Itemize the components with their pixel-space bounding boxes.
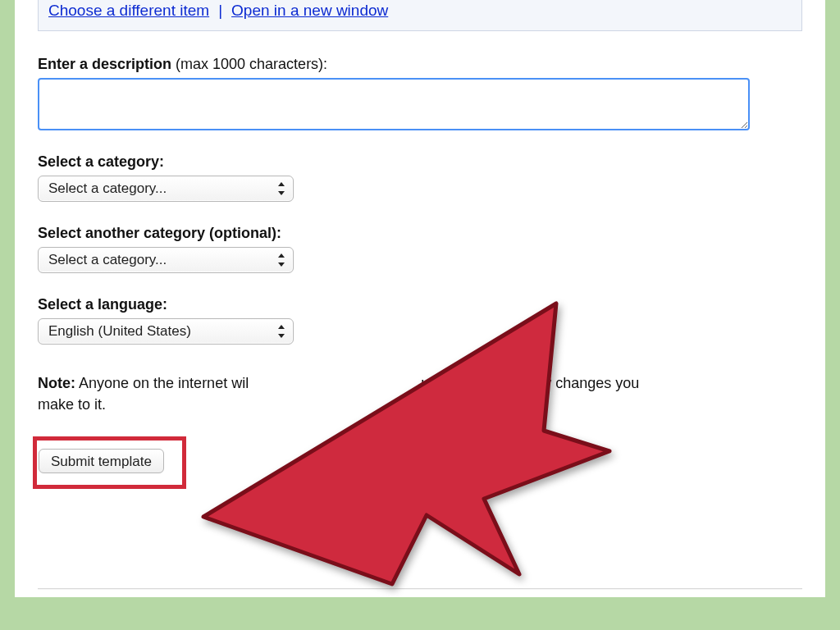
note-text-2: make to it. [38, 396, 106, 413]
updown-icon [276, 182, 286, 195]
updown-icon [276, 325, 286, 338]
category-label: Select a category: [38, 153, 802, 171]
note-text-1a: Anyone on the internet wil [75, 375, 249, 391]
category-select[interactable]: Select a category... [38, 176, 294, 202]
description-textarea[interactable] [38, 78, 750, 130]
public-note: Note: Anyone on the internet wil ur temp… [38, 372, 760, 415]
category2-select[interactable]: Select a category... [38, 247, 294, 273]
link-separator: | [213, 2, 227, 19]
description-section: Enter a description (max 1000 characters… [38, 56, 802, 130]
category-select-value: Select a category... [48, 180, 167, 196]
updown-icon [276, 253, 286, 267]
language-label: Select a language: [38, 296, 802, 313]
category2-label: Select another category (optional): [38, 225, 802, 242]
category2-select-value: Select a category... [48, 252, 167, 267]
submit-template-button[interactable]: Submit template [39, 449, 164, 473]
note-prefix: Note: [38, 375, 75, 391]
language-select-value: English (United States) [48, 323, 191, 339]
note-text-1b: ur template and any changes you [421, 375, 639, 391]
open-new-window-link[interactable]: Open in a new window [231, 2, 388, 19]
category2-section: Select another category (optional): Sele… [38, 225, 802, 273]
choose-different-item-link[interactable]: Choose a different item [48, 2, 209, 19]
language-section: Select a language: English (United State… [38, 296, 802, 345]
item-picker-bar: Choose a different item | Open in a new … [38, 0, 802, 31]
language-select[interactable]: English (United States) [38, 318, 294, 345]
submit-highlight-box: Submit template [33, 436, 186, 489]
form-content: Enter a description (max 1000 characters… [15, 56, 825, 489]
description-label-bold: Enter a description [38, 56, 171, 72]
description-label-rest: (max 1000 characters): [171, 56, 327, 72]
category-section: Select a category: Select a category... [38, 153, 802, 202]
form-page: Choose a different item | Open in a new … [15, 0, 825, 597]
bottom-divider [38, 588, 802, 589]
